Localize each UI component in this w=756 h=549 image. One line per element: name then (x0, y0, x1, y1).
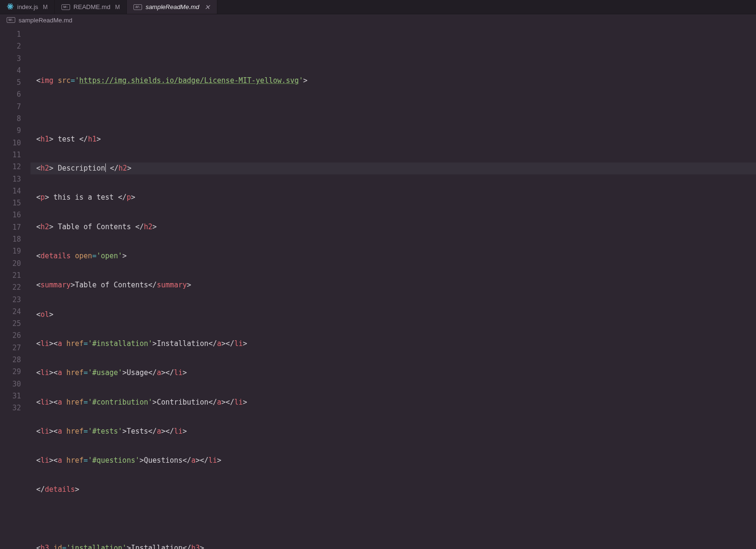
line-number: 7 (0, 101, 21, 113)
code-line[interactable]: <li><a href='#usage'>Usage</a></li> (31, 367, 756, 379)
code-area[interactable]: <img src='https://img.shields.io/badge/L… (31, 29, 756, 549)
code-line[interactable]: <ol> (31, 309, 756, 321)
code-line[interactable]: </details> (31, 484, 756, 496)
line-number: 27 (0, 342, 21, 354)
code-line[interactable]: <img src='https://img.shields.io/badge/L… (31, 75, 756, 87)
svg-point-0 (10, 6, 11, 7)
code-line-active[interactable]: <h2> Description </h2> (31, 163, 756, 174)
line-number: 24 (0, 306, 21, 318)
breadcrumb-label: sampleReadMe.md (19, 17, 72, 24)
line-number: 4 (0, 65, 21, 77)
line-number: 20 (0, 258, 21, 270)
close-icon[interactable]: ✕ (204, 3, 210, 11)
tab-readme-md[interactable]: M↓ README.md M (55, 0, 127, 14)
markdown-icon: M↓ (7, 17, 15, 23)
code-line[interactable]: <li><a href='#contribution'>Contribution… (31, 396, 756, 408)
line-number: 14 (0, 185, 21, 197)
line-number: 21 (0, 270, 21, 282)
line-number: 8 (0, 113, 21, 125)
code-line[interactable]: <summary>Table of Contents</summary> (31, 279, 756, 291)
code-line[interactable] (31, 513, 756, 525)
modified-indicator: M (115, 4, 120, 10)
code-line[interactable] (31, 46, 756, 58)
line-number: 18 (0, 234, 21, 245)
markdown-icon: M↓ (61, 4, 70, 10)
editor[interactable]: 1234567891011121314151617181920212223242… (0, 26, 756, 549)
code-line[interactable]: <h2> Table of Contents </h2> (31, 221, 756, 233)
line-number: 31 (0, 390, 21, 402)
line-number-gutter: 1234567891011121314151617181920212223242… (0, 29, 31, 549)
line-number: 9 (0, 125, 21, 137)
line-number: 3 (0, 53, 21, 65)
code-line[interactable]: <details open='open'> (31, 250, 756, 262)
tab-bar: index.js M M↓ README.md M M↓ sampleReadM… (0, 0, 756, 14)
line-number: 17 (0, 222, 21, 234)
modified-indicator: M (43, 4, 48, 10)
line-number: 16 (0, 209, 21, 221)
line-number: 15 (0, 197, 21, 209)
line-number: 28 (0, 354, 21, 366)
code-line[interactable]: <li><a href='#questions'>Questions</a></… (31, 455, 756, 467)
tab-samplereadme-md[interactable]: M↓ sampleReadMe.md ✕ (127, 0, 217, 14)
line-number: 10 (0, 137, 21, 149)
line-number: 2 (0, 41, 21, 52)
line-number: 30 (0, 378, 21, 390)
code-line[interactable]: <p> this is a test </p> (31, 192, 756, 203)
line-number: 29 (0, 366, 21, 378)
code-line[interactable]: <h3 id='installation'>Installation</h3> (31, 542, 756, 549)
line-number: 11 (0, 149, 21, 161)
tab-label: index.js (17, 3, 38, 10)
line-number: 5 (0, 77, 21, 89)
code-line[interactable]: <li><a href='#installation'>Installation… (31, 338, 756, 350)
tab-label: README.md (73, 3, 110, 10)
line-number: 25 (0, 318, 21, 330)
line-number: 6 (0, 89, 21, 101)
breadcrumb[interactable]: M↓ sampleReadMe.md (0, 14, 756, 26)
markdown-icon: M↓ (133, 4, 142, 10)
line-number: 12 (0, 161, 21, 173)
react-icon (7, 3, 14, 11)
tab-label: sampleReadMe.md (145, 3, 199, 10)
code-line[interactable] (31, 104, 756, 116)
line-number: 23 (0, 294, 21, 306)
tab-index-js[interactable]: index.js M (0, 0, 55, 14)
code-line[interactable]: <li><a href='#tests'>Tests</a></li> (31, 426, 756, 437)
line-number: 1 (0, 29, 21, 41)
line-number: 13 (0, 173, 21, 185)
line-number: 32 (0, 402, 21, 414)
line-number: 19 (0, 245, 21, 257)
line-number: 22 (0, 282, 21, 294)
line-number: 26 (0, 330, 21, 342)
code-line[interactable]: <h1> test </h1> (31, 133, 756, 145)
